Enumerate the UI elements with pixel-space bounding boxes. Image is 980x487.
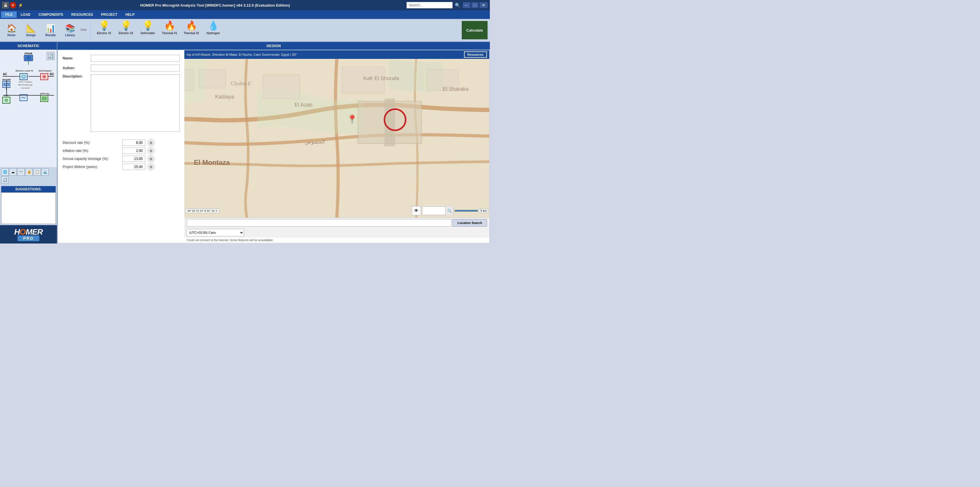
map-container[interactable]: El Khosos Kablaya El Azab El Montaza CA.…	[185, 59, 489, 218]
gen100-v47-connector	[6, 80, 7, 95]
menu-help[interactable]: HELP	[121, 11, 139, 18]
electrolyzer-component[interactable]	[40, 73, 48, 80]
menu-file[interactable]: FILE	[1, 11, 17, 18]
suggestions-panel: SUGGESTIONS:	[0, 185, 57, 225]
load-thermal2-button[interactable]: 🔥 Thermal #2	[181, 20, 202, 40]
timezone-select[interactable]: (UTC+02:00) Cairo	[187, 229, 244, 236]
author-row: Author:	[63, 65, 180, 72]
schematic-water-button[interactable]: 🌊	[41, 168, 49, 176]
dc-label: DC	[50, 73, 54, 76]
design-map: trip of Int'l Airport, Sheraton Al Matar…	[185, 50, 489, 243]
svg-text:Kablaya: Kablaya	[215, 94, 234, 100]
electric2-label: Electric #2	[119, 32, 133, 35]
schematic-money-button[interactable]: 💰	[25, 168, 33, 176]
lifetime-helper-button[interactable]: ⊕	[148, 163, 154, 170]
homer-logo: H O MER PRO	[0, 225, 57, 244]
menu-load[interactable]: LOAD	[17, 11, 35, 18]
design-header: DESIGN	[57, 42, 490, 50]
load-electric1-button[interactable]: 💡 Electric #1	[94, 20, 115, 40]
location-search-input[interactable]	[187, 219, 451, 226]
app-icon-homer[interactable]: H	[10, 2, 16, 8]
menu-project[interactable]: PROJECT	[97, 11, 121, 18]
schematic-globe-button[interactable]: 🌐	[1, 168, 9, 176]
capacity-helper-button[interactable]: ⊕	[148, 155, 154, 162]
resources-button[interactable]: Resources	[464, 51, 487, 58]
minimize-button[interactable]: ─	[463, 2, 470, 8]
toolbar-design-button[interactable]: 📐 Design	[22, 21, 40, 39]
htank-component[interactable]: HTank	[24, 52, 33, 65]
view-group: 🏠 Home 📐 Design 📊 Results 📚 Library View	[2, 21, 87, 39]
load-deferrable-button[interactable]: 💡 Deferrable	[138, 20, 158, 40]
app-title: HOMER Pro Microgrid Analysis Tool [WINDF…	[26, 3, 404, 8]
discount-input[interactable]	[123, 140, 145, 146]
load-electric2-button[interactable]: 💡 Electric #2	[116, 20, 137, 40]
svg-text:El Azab: El Azab	[294, 102, 312, 108]
capacity-label: Annual capacity shortage (%):	[63, 157, 120, 161]
discount-label: Discount rate (%):	[63, 141, 120, 145]
toolbar-library-button[interactable]: 📚 Library	[61, 21, 79, 39]
menu-components[interactable]: COMPONENTS	[35, 11, 67, 18]
electric-load-component[interactable]	[19, 73, 27, 80]
toolbar: 🏠 Home 📐 Design 📊 Results 📚 Library View…	[0, 19, 490, 42]
toolbar-results-button[interactable]: 📊 Results	[41, 21, 60, 39]
app-icon-bolt[interactable]: ⚡	[17, 2, 24, 8]
location-search-button[interactable]: Location Search	[453, 219, 487, 226]
electric1-label: Electric #1	[97, 32, 111, 35]
toolbar-home-button[interactable]: 🏠 Home	[2, 21, 21, 39]
inflation-helper-button[interactable]: ⊕	[148, 147, 154, 154]
v47-icon	[2, 97, 10, 103]
description-label: Description:	[63, 74, 88, 78]
bottom-bus	[3, 95, 54, 95]
map-search-container: 🔍	[422, 207, 454, 215]
search-icon[interactable]: 🔍	[455, 3, 461, 8]
close-button[interactable]: ✕	[479, 2, 488, 8]
schematic-refresh-button[interactable]: 🔄	[46, 52, 54, 60]
discount-helper-button[interactable]: ⊕	[148, 139, 154, 146]
calculate-button[interactable]: Calculate	[462, 21, 488, 39]
htank-connector	[28, 61, 29, 65]
schematic-wave-button[interactable]: 〰	[17, 168, 25, 176]
lifetime-input[interactable]	[123, 164, 145, 170]
spr-component[interactable]	[40, 95, 48, 102]
svg-text:El Sharaka: El Sharaka	[443, 86, 469, 92]
refresh-icon: 🔄	[48, 54, 53, 58]
htank-label: HTank	[25, 52, 32, 55]
svg-text:El Montaza: El Montaza	[194, 159, 230, 166]
map-inline-search-button[interactable]: 🔍	[445, 207, 453, 215]
main-content: SCHEMATIC HTank AC DC	[0, 42, 490, 244]
author-input[interactable]	[91, 65, 180, 72]
global-search-input[interactable]	[407, 2, 453, 8]
schematic-list-button[interactable]: 📋	[33, 168, 41, 176]
svg-rect-13	[199, 70, 226, 88]
inflation-input[interactable]	[123, 148, 145, 154]
app-icon-save[interactable]: 💾	[2, 2, 9, 8]
load-thermal1-button[interactable]: 🔥 Thermal #1	[159, 20, 180, 40]
menu-resources[interactable]: RESOURCES	[67, 11, 97, 18]
right-panel: DESIGN Name: Author: Description:	[57, 42, 490, 244]
schematic-cloud-button[interactable]: ☁	[9, 168, 17, 176]
thermal2-label: Thermal #2	[184, 32, 199, 35]
capacity-input[interactable]	[123, 156, 145, 162]
results-icon: 📊	[46, 24, 56, 33]
pro-badge: PRO	[18, 236, 39, 241]
electric-load-label: Electric Load #1	[14, 68, 35, 72]
name-input[interactable]	[91, 55, 180, 62]
schematic-cycle-button[interactable]: 🔄	[1, 176, 9, 184]
design-content: Name: Author: Description: Discount rate…	[58, 50, 489, 243]
map-bottom-controls: 30° 02' 27.13" N 31° 22' 2 👁 🔍 5 km	[186, 206, 488, 215]
electric1-icon: 💡	[99, 20, 110, 31]
location-search-row: Location Search	[185, 218, 489, 228]
load-hydrogen-button[interactable]: 💧 Hydrogen	[203, 20, 224, 40]
suggestions-header: SUGGESTIONS:	[1, 186, 56, 193]
ac-label: AC	[3, 73, 7, 76]
svg-text:الخصوص: الخصوص	[305, 139, 325, 145]
description-textarea[interactable]	[91, 74, 180, 132]
map-scale: 5 km	[455, 209, 488, 213]
map-eye-button[interactable]: 👁	[412, 206, 421, 215]
suggestions-content	[1, 193, 56, 224]
map-coordinates: 30° 02' 27.13" N 31° 22' 2	[186, 208, 219, 213]
design-label: Design	[26, 33, 36, 37]
svg-rect-14	[263, 75, 300, 99]
maximize-button[interactable]: □	[471, 2, 478, 8]
left-panel: SCHEMATIC HTank AC DC	[0, 42, 57, 244]
